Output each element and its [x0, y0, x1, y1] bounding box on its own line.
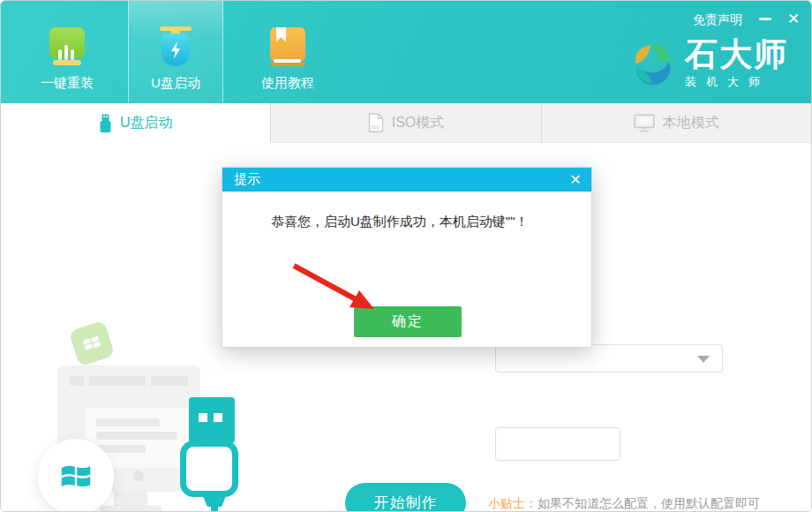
windows-badge	[38, 439, 114, 512]
chevron-down-icon	[697, 356, 710, 363]
brand-mark-icon	[628, 39, 677, 90]
usb-shield-icon	[156, 26, 195, 67]
usb-tab-icon	[99, 114, 112, 133]
tab-bar: U盘启动 ISO ISO模式 本地模式	[1, 103, 811, 143]
monitor-stand	[114, 491, 147, 506]
nav-item-reinstall[interactable]: 一键重装	[19, 1, 115, 103]
tab-label: U盘启动	[120, 114, 173, 132]
tab-usb-boot[interactable]: U盘启动	[1, 103, 270, 143]
app-window: 一键重装 U盘启动 使用教程 免责声明 ✕	[0, 0, 812, 512]
tip-text: 小贴士：如果不知道怎么配置，使用默认配置即可	[488, 496, 760, 512]
disclaimer-link[interactable]: 免责声明	[693, 12, 742, 28]
iso-icon-text: ISO	[371, 124, 380, 130]
start-make-button[interactable]: 开始制作	[345, 483, 466, 512]
monitor-base	[100, 506, 162, 512]
tab-label: ISO模式	[392, 114, 445, 132]
tip-label: 小贴士：	[488, 496, 538, 510]
windows-tile-icon	[69, 320, 116, 367]
nav-label: 使用教程	[261, 75, 314, 92]
minimize-button[interactable]	[755, 8, 776, 29]
device-select[interactable]	[495, 344, 723, 373]
dialog-header: 提示 ✕	[222, 168, 591, 192]
config-input[interactable]	[495, 427, 620, 461]
confirm-button[interactable]: 确定	[354, 306, 462, 337]
nav-item-tutorial[interactable]: 使用教程	[240, 1, 335, 103]
reinstall-icon	[48, 26, 86, 67]
book-icon	[268, 26, 307, 67]
minimize-icon	[759, 18, 771, 20]
tab-local-mode[interactable]: 本地模式	[541, 103, 811, 143]
nav-label: 一键重装	[41, 75, 94, 92]
dialog-title: 提示	[234, 171, 260, 188]
tab-iso-mode[interactable]: ISO ISO模式	[270, 103, 540, 143]
usb-drive-illustration	[177, 392, 241, 512]
monitor-tab-icon	[634, 114, 655, 132]
iso-file-icon: ISO	[368, 113, 384, 132]
lightning-icon	[169, 41, 182, 59]
header: 一键重装 U盘启动 使用教程 免责声明 ✕	[1, 1, 811, 103]
windows-flag-icon	[58, 459, 94, 494]
nav-item-usb-boot[interactable]: U盘启动	[128, 1, 223, 103]
nav-label: U盘启动	[151, 75, 200, 92]
success-dialog: 提示 ✕ 恭喜您，启动U盘制作成功，本机启动键""！ 确定	[222, 167, 592, 348]
dialog-message: 恭喜您，启动U盘制作成功，本机启动键""！	[271, 214, 528, 230]
tab-label: 本地模式	[663, 114, 719, 132]
brand-logo: 石大师 装机大师	[628, 38, 788, 90]
brand-subtitle: 装机大师	[685, 74, 788, 90]
close-button[interactable]: ✕	[783, 8, 804, 29]
brand-name: 石大师	[685, 38, 788, 71]
dialog-close-icon[interactable]: ✕	[565, 168, 586, 192]
